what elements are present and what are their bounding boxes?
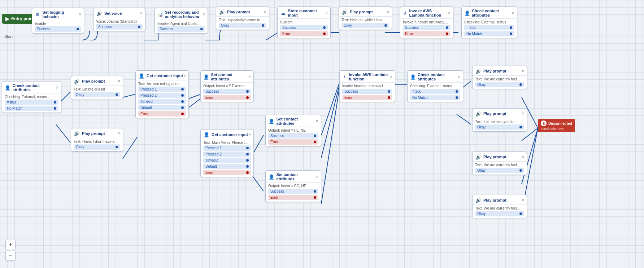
close-icon[interactable]: × — [316, 174, 318, 179]
get-customer-input-1-text: Text: Are you calling abou... — [138, 82, 186, 86]
get-customer-input-1-node[interactable]: 👤 Get customer input × Text: Are you cal… — [135, 70, 189, 118]
play-prompt-hmm-node[interactable]: 🔊 Play prompt × Text: Hmm. I don't have … — [71, 128, 123, 151]
close-icon[interactable]: × — [387, 9, 389, 14]
play-prompt-help-body: Text: Let me help you furt... Okay — [473, 118, 527, 131]
get-customer-input-2-node[interactable]: 👤 Get customer input × Text: Main Menu. … — [200, 129, 254, 177]
store-customer-header: ☁ Store customer input × — [278, 7, 330, 19]
set-voice-body: Voice: Joanna (Standard) Success — [93, 18, 145, 31]
check-contact-left-body: Checking: External, recom... = true No M… — [2, 93, 61, 113]
close-icon[interactable]: × — [325, 10, 328, 16]
invoke-lambda-2-node[interactable]: λ Invoke AWS Lambda function × Invoke fu… — [339, 70, 395, 102]
disconnected-node: ⊗ Disconnected Termination eve... — [538, 119, 575, 132]
close-icon[interactable]: × — [79, 12, 81, 17]
set-logging-header: ⚙ Set logging behavior × — [32, 8, 84, 20]
set-recording-text: Enable: Agent and Custo... — [157, 22, 205, 26]
play-faci3-okay: Okay — [475, 211, 524, 216]
invoke-l2-success: Success — [342, 89, 392, 94]
check-contact-left-true: = true — [5, 100, 58, 105]
close-icon[interactable]: × — [522, 154, 524, 159]
close-icon[interactable]: × — [522, 111, 524, 116]
check-contact-top-right-body: Checking: External, status = 200 No Matc… — [462, 19, 517, 38]
invoke-lambda-2-header: λ Invoke AWS Lambda function × — [340, 71, 395, 83]
set-contact-attr-cc-text: Output: intent = CC_NE — [268, 184, 318, 188]
close-icon[interactable]: × — [264, 9, 266, 14]
close-icon[interactable]: × — [522, 69, 524, 74]
close-icon[interactable]: × — [183, 73, 186, 78]
set-recording-node[interactable]: 📊 Set recording and analytics behavior ×… — [155, 8, 208, 34]
flow-canvas[interactable]: ▶ Entry point Start ⚙ Set logging behavi… — [0, 0, 644, 268]
store-customer-output-error: Error — [280, 31, 328, 36]
play-prompt-2-title: Play prompt — [350, 10, 373, 14]
play-prompt-1-text: Text: <speak>Welcome to ... — [219, 18, 266, 22]
close-icon[interactable]: × — [390, 74, 392, 79]
close-icon[interactable]: × — [458, 74, 460, 79]
close-icon[interactable]: × — [448, 10, 451, 16]
get-ci2-timeout: Timeout — [203, 158, 251, 163]
play-prompt-faci-1-node[interactable]: 🔊 Play prompt × Text: We are currently f… — [472, 66, 527, 89]
play-prompt-2-header: 🔊 Play prompt × — [339, 7, 392, 17]
cloud-icon: ☁ — [280, 10, 286, 16]
close-icon[interactable]: × — [248, 74, 251, 79]
zoom-in-button[interactable]: + — [5, 240, 16, 250]
invoke-lambda-1-title: Invoke AWS Lambda function — [409, 9, 448, 17]
get-customer-input-2-title: Get customer input — [212, 132, 248, 137]
get-ci2-pressed2: Pressed 2 — [203, 151, 251, 157]
close-icon[interactable]: × — [56, 85, 58, 90]
set-voice-node[interactable]: 🔊 Set voice × Voice: Joanna (Standard) S… — [93, 8, 145, 31]
check-contact-left-node[interactable]: 👤 Check contact attributes × Checking: E… — [2, 81, 61, 113]
close-icon[interactable]: × — [203, 12, 205, 17]
play-prompt-1-node[interactable]: 🔊 Play prompt × Text: <speak>Welcome to … — [216, 6, 269, 30]
close-icon[interactable]: × — [118, 79, 120, 84]
zoom-out-button[interactable]: − — [5, 251, 16, 261]
check-contact-top-right-title: Check contact attributes — [472, 9, 512, 17]
check-contact-top-right-node[interactable]: 👤 Check contact attributes × Checking: E… — [461, 6, 517, 38]
close-icon[interactable]: × — [140, 11, 143, 16]
close-icon[interactable]: × — [512, 10, 514, 16]
get-ci1-error: Error — [138, 111, 186, 117]
set-recording-body: Enable: Agent and Custo... Success — [155, 20, 208, 33]
play-prompt-help-node[interactable]: 🔊 Play prompt × Text: Let me help you fu… — [472, 108, 527, 132]
play-prompt-faci-2-node[interactable]: 🔊 Play prompt × Text: We are currently f… — [472, 151, 527, 175]
close-icon[interactable]: × — [118, 131, 120, 136]
invoke-lambda-1-text: Invoke function: arn:aws:L... — [403, 20, 451, 24]
close-icon[interactable]: × — [248, 132, 251, 137]
close-icon[interactable]: × — [522, 198, 524, 203]
play-prompt-2-text: Text: Hold on, while I look... — [341, 18, 389, 22]
play-prompt-faci-2-body: Text: We are currently faci... Okay — [473, 162, 527, 175]
get-customer-input-1-body: Text: Are you calling abou... Pressed 1 … — [136, 80, 188, 118]
set-contact-attr-1-text: Output: intent = $.Externa... — [203, 84, 251, 88]
play-faci2-okay: Okay — [475, 168, 524, 173]
play-prompt-guess-node[interactable]: 🔊 Play prompt × Text: Let me guess! Okay — [71, 76, 123, 99]
invoke-lambda-1-node[interactable]: λ Invoke AWS Lambda function × Invoke fu… — [400, 6, 453, 38]
check-contact-left-text: Checking: External, recom... — [5, 95, 58, 99]
get-ci2-default: Default — [203, 164, 251, 169]
play-prompt-faci-1-body: Text: We are currently faci... Okay — [473, 76, 527, 89]
person4-icon: 👤 — [268, 118, 275, 124]
set-voice-output-success: Success — [96, 24, 143, 30]
close-icon[interactable]: × — [316, 119, 318, 124]
check-contact-2-header: 👤 Check contact attributes × — [408, 71, 463, 83]
check-contact-top-right-200: = 200 — [464, 25, 514, 30]
play-prompt-hmm-header: 🔊 Play prompt × — [71, 128, 123, 138]
play-prompt-faci-1-header: 🔊 Play prompt × — [473, 66, 527, 76]
lambda-icon: λ — [403, 10, 408, 16]
play-prompt-help-text: Text: Let me help you furt... — [475, 120, 524, 124]
set-ca1-success: Success — [203, 89, 251, 94]
set-contact-attr-1-node[interactable]: 👤 Set contact attributes × Output: inten… — [200, 70, 254, 102]
play-prompt-2-node[interactable]: 🔊 Play prompt × Text: Hold on, while I l… — [339, 6, 392, 30]
set-logging-node[interactable]: ⚙ Set logging behavior × Enable Success — [32, 8, 84, 34]
set-ca1-error: Error — [203, 95, 251, 100]
store-customer-node[interactable]: ☁ Store customer input × Custom Success … — [277, 6, 331, 38]
disconnected-sub: Termination eve... — [541, 127, 572, 131]
set-logging-output-success: Success — [35, 26, 81, 32]
person2-icon: 👤 — [203, 74, 209, 80]
check-contact-top-right-text: Checking: External, status — [464, 20, 514, 24]
set-contact-attr-hl-title: Set contact attributes — [277, 117, 316, 126]
play-faci1-okay: Okay — [475, 82, 524, 87]
set-contact-attr-hl-node[interactable]: 👤 Set contact attributes × Output: inten… — [265, 115, 321, 146]
store-customer-text: Custom — [280, 20, 328, 24]
set-contact-attr-cc-node[interactable]: 👤 Set contact attributes × Output: inten… — [265, 170, 321, 202]
play-prompt-faci-3-node[interactable]: 🔊 Play prompt × Text: We are currently f… — [472, 195, 527, 218]
check-contact-2-node[interactable]: 👤 Check contact attributes × Checking: E… — [407, 70, 463, 102]
check-contact-left-title: Check contact attributes — [13, 83, 56, 92]
